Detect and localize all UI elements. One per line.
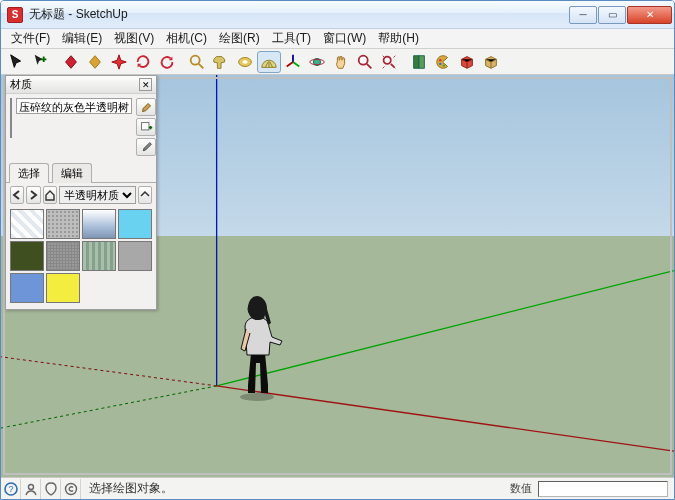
svg-point-0 [191, 55, 200, 64]
reference-figure [224, 271, 290, 401]
swatch-green-stripe[interactable] [82, 241, 116, 271]
refresh-icon[interactable] [131, 51, 155, 73]
status-user-icon[interactable] [21, 479, 41, 499]
select-tool-icon[interactable] [5, 51, 29, 73]
panel-title-bar[interactable]: 材质 ✕ [6, 76, 156, 94]
material-preview[interactable] [10, 98, 12, 138]
menu-view[interactable]: 视图(V) [108, 29, 160, 48]
library-menu-icon[interactable] [138, 186, 152, 204]
svg-point-20 [28, 484, 33, 489]
red-sparkle-icon[interactable] [107, 51, 131, 73]
box-red-icon[interactable] [455, 51, 479, 73]
menu-window[interactable]: 窗口(W) [317, 29, 372, 48]
main-toolbar [1, 49, 674, 75]
eyedropper-icon[interactable] [136, 138, 156, 156]
value-label: 数值 [504, 481, 538, 496]
svg-rect-17 [141, 122, 148, 129]
refresh2-icon[interactable] [155, 51, 179, 73]
menu-camera[interactable]: 相机(C) [160, 29, 213, 48]
menu-help[interactable]: 帮助(H) [372, 29, 425, 48]
workspace: 材质 ✕ 压碎纹的灰色半透明树 选择 编辑 半透明材质 [1, 75, 674, 477]
svg-point-21 [65, 483, 76, 494]
zoom-extents-icon[interactable] [377, 51, 401, 73]
status-bar: ? 选择绘图对象。 数值 [1, 477, 674, 499]
zoom-icon[interactable] [353, 51, 377, 73]
menu-tools[interactable]: 工具(T) [266, 29, 317, 48]
svg-point-8 [439, 62, 441, 64]
status-info-icon[interactable]: ? [1, 479, 21, 499]
svg-text:?: ? [8, 484, 13, 494]
red-diamond-icon[interactable] [59, 51, 83, 73]
value-input[interactable] [538, 481, 668, 497]
protractor-icon[interactable] [257, 51, 281, 73]
search-icon[interactable] [185, 51, 209, 73]
create-material-icon[interactable] [136, 118, 156, 136]
app-icon: S [7, 7, 23, 23]
swatch-yellow[interactable] [46, 273, 80, 303]
tab-select[interactable]: 选择 [9, 163, 49, 183]
material-name-field[interactable]: 压碎纹的灰色半透明树 [16, 98, 132, 114]
svg-point-15 [240, 393, 274, 401]
svg-point-5 [359, 55, 368, 64]
gold-diamond-icon[interactable] [83, 51, 107, 73]
swatch-sky-cloud[interactable] [82, 209, 116, 239]
book-icon[interactable] [407, 51, 431, 73]
axes-tool-icon[interactable] [281, 51, 305, 73]
panel-close-icon[interactable]: ✕ [139, 78, 152, 91]
menu-draw[interactable]: 绘图(R) [213, 29, 266, 48]
menu-bar: 文件(F) 编辑(E) 视图(V) 相机(C) 绘图(R) 工具(T) 窗口(W… [1, 29, 674, 49]
library-select[interactable]: 半透明材质 [59, 186, 136, 204]
swatch-blue[interactable] [10, 273, 44, 303]
status-hint: 选择绘图对象。 [81, 480, 504, 497]
home-icon[interactable] [43, 186, 57, 204]
minimize-button[interactable]: ─ [569, 6, 597, 24]
flashlight-icon[interactable] [209, 51, 233, 73]
menu-edit[interactable]: 编辑(E) [56, 29, 108, 48]
panel-tabs: 选择 编辑 [6, 162, 156, 183]
menu-file[interactable]: 文件(F) [5, 29, 56, 48]
pan-icon[interactable] [329, 51, 353, 73]
maximize-button[interactable]: ▭ [598, 6, 626, 24]
material-header: 压碎纹的灰色半透明树 [6, 94, 156, 160]
svg-point-6 [384, 56, 391, 63]
materials-panel[interactable]: 材质 ✕ 压碎纹的灰色半透明树 选择 编辑 半透明材质 [5, 75, 157, 310]
sample-paint-icon[interactable] [136, 98, 156, 116]
tab-edit[interactable]: 编辑 [52, 163, 92, 183]
swatch-gray[interactable] [118, 241, 152, 271]
library-row: 半透明材质 [6, 183, 156, 207]
tape-icon[interactable] [233, 51, 257, 73]
forward-icon[interactable] [26, 186, 40, 204]
palette-gear-icon[interactable] [431, 51, 455, 73]
title-bar: S 无标题 - SketchUp ─ ▭ ✕ [1, 1, 674, 29]
swatch-cyan[interactable] [118, 209, 152, 239]
status-claim-icon[interactable] [61, 479, 81, 499]
swatch-glass-grid[interactable] [10, 209, 44, 239]
svg-point-9 [443, 64, 445, 66]
swatch-olive[interactable] [10, 241, 44, 271]
add-select-icon[interactable] [29, 51, 53, 73]
swatch-gray-noise[interactable] [46, 209, 80, 239]
swatch-mesh[interactable] [46, 241, 80, 271]
svg-point-2 [242, 60, 247, 64]
swatch-grid [6, 207, 156, 309]
status-geo-icon[interactable] [41, 479, 61, 499]
window-controls: ─ ▭ ✕ [569, 6, 672, 24]
orbit-icon[interactable] [305, 51, 329, 73]
box-tan-icon[interactable] [479, 51, 503, 73]
panel-title: 材质 [10, 77, 139, 92]
svg-point-7 [439, 59, 441, 61]
back-icon[interactable] [10, 186, 24, 204]
window-title: 无标题 - SketchUp [29, 6, 569, 23]
close-button[interactable]: ✕ [627, 6, 672, 24]
